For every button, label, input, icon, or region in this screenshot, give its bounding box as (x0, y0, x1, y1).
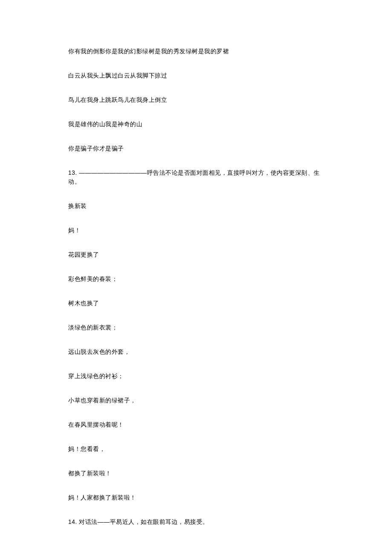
text-line: 14. 对话法――平易近人，如在眼前耳边，易接受。 (68, 517, 324, 526)
text-line: 妈！人家都换了新装啦！ (68, 493, 324, 502)
document-page: 你有我的倒影你是我的幻影绿树是我的秀发绿树是我的罗裙 白云从我头上飘过白云从我脚… (0, 0, 392, 555)
text-line: 你有我的倒影你是我的幻影绿树是我的秀发绿树是我的罗裙 (68, 47, 324, 56)
text-line: 在春风里摆动着呢！ (68, 420, 324, 429)
text-line: 妈！您看看， (68, 445, 324, 454)
text-line: 白云从我头上飘过白云从我脚下掠过 (68, 71, 324, 80)
text-line: 鸟儿在我身上跳跃鸟儿在我身上倒立 (68, 95, 324, 104)
text-line: 远山脱去灰色的外套， (68, 347, 324, 356)
text-line: 13. ―――――――――――呼告法不论是否面对面相见，直接呼叫对方，使内容更深… (68, 168, 324, 186)
text-line: 我是雄伟的山我是神奇的山 (68, 120, 324, 129)
text-line: 彩色鲜美的春装； (68, 275, 324, 283)
text-line: 小草也穿着新的绿裙子， (68, 396, 324, 405)
text-line: 换新装 (68, 202, 324, 211)
text-line: 你是骗子你才是骗子 (68, 144, 324, 153)
text-line: 穿上浅绿色的衬衫； (68, 372, 324, 381)
text-line: 花园更换了 (68, 250, 324, 259)
text-line: 树木也换了 (68, 299, 324, 308)
text-line: 淡绿色的新衣裳； (68, 323, 324, 332)
text-line: 都换了新装啦！ (68, 469, 324, 478)
text-line: 妈！ (68, 226, 324, 235)
